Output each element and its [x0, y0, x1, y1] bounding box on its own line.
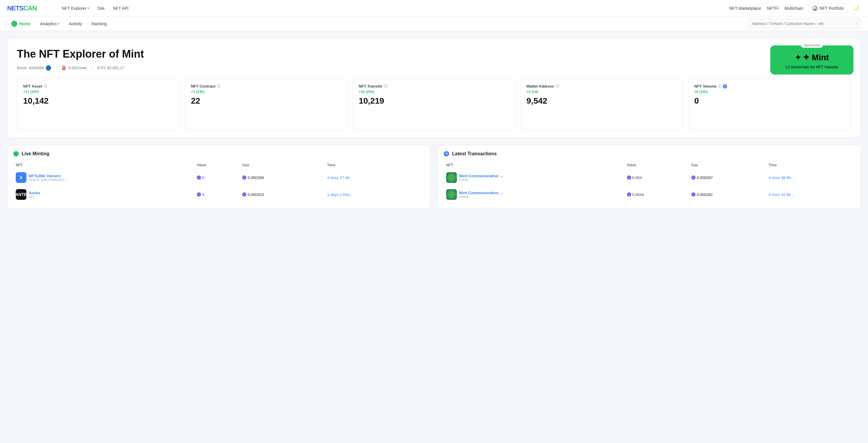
live-minting-table: NFT Value Gas Time S NFTs2Me Owners #636…: [13, 161, 424, 203]
pie-icon: [812, 5, 818, 11]
stat-value-1: 22: [191, 96, 341, 106]
nft-name[interactable]: Soska: [29, 190, 40, 195]
info-icon-1[interactable]: ⓘ: [217, 84, 220, 88]
dark-mode-toggle[interactable]: 🌙: [852, 4, 861, 12]
info-icon-3[interactable]: ⓘ: [556, 84, 559, 88]
logo-scan: CAN: [24, 4, 37, 12]
info-icon-2[interactable]: ⓘ: [384, 84, 388, 88]
subnav-ranking[interactable]: Ranking: [87, 20, 111, 28]
sponsored-desc: L2 blockchain for NFT Industry: [776, 65, 847, 69]
value-amount: 0: [202, 175, 204, 180]
subnav-home[interactable]: ⌂ Home: [7, 19, 35, 29]
table-row: 🌿 Mint Commemorative ... #9609 Ξ 0.0044 …: [444, 186, 855, 203]
top-nav-right-links: NFT Marketplace NFTFi Multichain: [730, 6, 803, 11]
logo[interactable]: NETSCAN: [7, 4, 36, 12]
nft-id: #63641 5081703853403...: [29, 178, 67, 182]
nft-id: #11: [29, 195, 40, 199]
main-content: The NFT Explorer of Mint Block: #284489 …: [0, 31, 868, 216]
sub-nav: ⌂ Home Analytics ▾ Activity Ranking /: [0, 17, 868, 31]
nft-cell: ANTE Soska #11: [13, 186, 194, 203]
gas-amount: 0.000359: [248, 175, 264, 180]
nav-multichain[interactable]: Multichain: [784, 6, 803, 11]
stat-change-1: +1 (24h): [191, 90, 341, 94]
stat-chart-3: [527, 109, 677, 126]
stats-row: NFT Asset ⓘ +12 (24h) 10,142 NFT Contrac…: [17, 78, 851, 130]
nft-name[interactable]: Mint Commemorative ...: [459, 174, 503, 178]
latest-tx-header: ⏱ Latest Transactions: [444, 151, 855, 156]
block-label: Block: #284489: [17, 66, 44, 70]
portfolio-label: NFT Portfolio: [819, 6, 844, 11]
hero-title: The NFT Explorer of Mint: [17, 48, 851, 60]
latest-tx-table: NFT Value Gas Time 🌿 Mint Commemorative …: [444, 161, 855, 203]
stat-label-2: NFT Transfer ⓘ: [359, 84, 509, 88]
stat-change-3: +2 (1d): [527, 90, 677, 94]
stat-chart-2: [359, 109, 509, 126]
stat-chart-4: [694, 109, 845, 126]
gas-eth-icon: Ξ: [242, 193, 246, 197]
nav-nftfi[interactable]: NFTFi: [767, 6, 779, 11]
nav-marketplace[interactable]: NFT Marketplace: [730, 6, 761, 11]
nav-nft-explorer[interactable]: NFT Explorer ▾: [58, 4, 93, 12]
hero-meta: Block: #284489 🔵 | ⛽ 0.001Gwei | ETH: $3…: [17, 65, 851, 71]
nft-info: Mint Commemorative ... #3750: [459, 174, 503, 182]
info-icon-4[interactable]: ⓘ: [718, 84, 721, 88]
top-nav: NETSCAN NFT Explorer ▾ Site NFT API NFT …: [0, 0, 868, 17]
gas-value: 0.001Gwei: [68, 66, 87, 70]
stat-change-0: +12 (24h): [23, 90, 174, 94]
stat-change-4: +0 (24h): [694, 90, 845, 94]
sponsored-box[interactable]: Sponsored ✦✦ Mint L2 blockchain for NFT …: [770, 46, 854, 75]
table-row: S NFTs2Me Owners #63641 5081703853403...…: [13, 169, 424, 186]
gas-amount: 0.000323: [248, 193, 264, 197]
nav-nft-api[interactable]: NFT API: [109, 4, 132, 12]
col-nft: NFT: [444, 161, 625, 169]
info-icon-0[interactable]: ⓘ: [44, 84, 47, 88]
stat-label-0: NFT Asset ⓘ: [23, 84, 174, 88]
value-cell: Ξ 0: [194, 186, 240, 203]
nft-cell: 🌿 Mint Commemorative ... #3750: [444, 169, 625, 186]
block-info: Block: #284489 🔵: [17, 65, 51, 71]
search-bar[interactable]: /: [748, 19, 861, 29]
stat-change-2: +16 (24h): [359, 90, 509, 94]
stat-card-3: Wallet Address ⓘ +2 (1d) 9,542: [520, 78, 683, 130]
sponsored-logo: ✦✦ Mint: [776, 53, 847, 62]
gas-amount: 0.000287: [697, 175, 713, 180]
eth-badge-icon: Ξ: [723, 84, 727, 88]
stat-card-0: NFT Asset ⓘ +12 (24h) 10,142: [17, 78, 180, 130]
top-nav-right: NFT Marketplace NFTFi Multichain NFT Por…: [730, 3, 861, 13]
gas-icon: ⛽: [62, 66, 66, 70]
subnav-activity[interactable]: Activity: [65, 20, 86, 28]
gas-cell: Ξ 0.000282: [689, 186, 766, 203]
nft-avatar: ANTE: [16, 189, 26, 200]
table-header-row: NFT Value Gas Time: [13, 161, 424, 169]
nav-site[interactable]: Site: [94, 4, 108, 12]
search-input[interactable]: [752, 21, 856, 26]
subnav-analytics[interactable]: Analytics ▾: [36, 20, 64, 28]
nft-id: #3750: [459, 178, 503, 182]
nft-name[interactable]: Mint Commemorative ...: [459, 190, 503, 195]
nft-name[interactable]: NFTs2Me Owners: [29, 174, 67, 178]
eth-value: ETH: $3,091.17: [97, 66, 124, 70]
portfolio-button[interactable]: NFT Portfolio: [808, 3, 848, 13]
nav-divider: [50, 4, 50, 12]
latest-tx-card: ⏱ Latest Transactions NFT Value Gas Time…: [438, 145, 861, 209]
time-cell: 4 Hour 42 Mi...: [766, 186, 855, 203]
value-amount: 0.004: [632, 175, 642, 180]
col-time: Time: [766, 161, 855, 169]
eth-icon: Ξ: [197, 193, 201, 197]
gas-info: ⛽ 0.001Gwei: [62, 66, 87, 70]
value-amount: 0.0044: [632, 193, 644, 197]
nft-avatar: S: [16, 172, 26, 183]
value-cell: Ξ 0: [194, 169, 240, 186]
nft-cell: S NFTs2Me Owners #63641 5081703853403...: [13, 169, 194, 186]
stat-card-1: NFT Contract ⓘ +1 (24h) 22: [185, 78, 348, 130]
stat-value-2: 10,219: [359, 96, 509, 106]
analytics-chevron-icon: ▾: [58, 22, 59, 25]
stat-value-0: 10,142: [23, 96, 174, 106]
home-icon: ⌂: [11, 21, 17, 27]
stat-card-4: NFT Volume ⓘ Ξ +0 (24h) 0: [688, 78, 851, 130]
value-cell: Ξ 0.0044: [625, 186, 689, 203]
col-value: Value: [194, 161, 240, 169]
stat-label-3: Wallet Address ⓘ: [527, 84, 677, 88]
nft-info: Soska #11: [29, 190, 40, 199]
stat-label-4: NFT Volume ⓘ Ξ: [694, 84, 845, 88]
